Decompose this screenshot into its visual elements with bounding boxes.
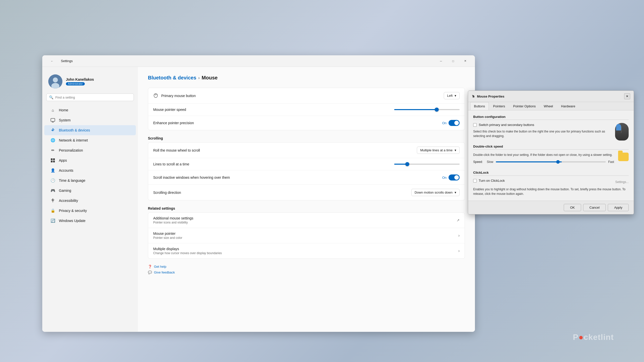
close-button[interactable]: ✕: [459, 57, 471, 65]
pointer-speed-label: Mouse pointer speed: [153, 108, 186, 112]
enhance-precision-control: On: [442, 120, 460, 126]
search-box[interactable]: 🔍: [46, 94, 134, 101]
sidebar-item-label-home: Home: [59, 108, 68, 112]
breadcrumb-separator: ›: [198, 76, 199, 80]
folder-icon-container[interactable]: [618, 153, 629, 161]
svg-rect-8: [51, 161, 53, 162]
privacy-icon: 🔒: [50, 208, 55, 213]
enhance-precision-toggle[interactable]: [449, 120, 460, 126]
time-icon: 🕐: [50, 178, 55, 183]
sidebar-item-privacy[interactable]: 🔒 Privacy & security: [44, 206, 136, 216]
system-icon: [50, 118, 55, 123]
related-item-additional-subtitle: Pointer icons and visibility: [153, 221, 193, 224]
user-name: John Kanellakos: [66, 77, 94, 81]
pointer-speed-thumb[interactable]: [435, 108, 439, 112]
sidebar-item-apps[interactable]: Apps: [44, 155, 136, 165]
tab-pointers[interactable]: Pointers: [489, 102, 509, 110]
tab-buttons[interactable]: Buttons: [470, 102, 489, 110]
related-item-displays[interactable]: Multiple displays Change how cursor move…: [148, 243, 465, 258]
user-profile[interactable]: John Kanellakos Administrator: [42, 71, 138, 94]
double-click-title: Double-click speed: [473, 145, 629, 150]
apply-button[interactable]: Apply: [608, 204, 629, 211]
pointer-speed-slider[interactable]: [394, 109, 460, 110]
speed-slider-fill: [496, 161, 562, 162]
related-item-pointer-info: Mouse pointer Pointer size and color: [153, 232, 182, 240]
speed-slider-thumb[interactable]: [556, 160, 560, 164]
breadcrumb-current: Mouse: [202, 75, 218, 81]
sidebar-item-label-gaming: Gaming: [59, 189, 71, 193]
feedback-icon: 💬: [148, 270, 152, 274]
breadcrumb-parent[interactable]: Bluetooth & devices: [148, 75, 196, 81]
lines-scroll-slider[interactable]: [394, 164, 460, 165]
search-icon: 🔍: [49, 95, 53, 99]
mouse-icon: [153, 93, 158, 99]
sidebar-item-accessibility[interactable]: Accessibility: [44, 196, 136, 206]
roll-wheel-value: Multiple lines at a time: [420, 148, 453, 152]
scroll-direction-dropdown[interactable]: Down motion scrolls down ▾: [411, 189, 460, 196]
sidebar-item-home[interactable]: ⌂ Home: [44, 105, 136, 115]
clicklock-checkbox-row: Turn on ClickLock: [473, 179, 505, 183]
tab-pointer-options[interactable]: Pointer Options: [509, 102, 540, 110]
sidebar-item-update[interactable]: 🔄 Windows Update: [44, 216, 136, 226]
sidebar-item-personalization[interactable]: ✏ Personalization: [44, 145, 136, 155]
sidebar-item-label-time: Time & language: [59, 178, 85, 183]
get-help-link[interactable]: ❓ Get help: [148, 265, 465, 268]
svg-rect-9: [53, 161, 55, 162]
pointer-speed-row: Mouse pointer speed: [148, 104, 465, 116]
switch-buttons-label: Switch primary and secondary buttons: [479, 123, 534, 127]
enhance-precision-value: On: [442, 121, 447, 125]
related-item-pointer[interactable]: Mouse pointer Pointer size and color ›: [148, 228, 465, 243]
accounts-icon: 👤: [50, 168, 55, 173]
sidebar-item-label-update: Windows Update: [59, 219, 86, 223]
clicklock-title: ClickLock: [473, 171, 629, 176]
primary-button-control: Left ▾: [444, 92, 460, 99]
ok-button[interactable]: OK: [564, 204, 581, 211]
help-icon: ❓: [148, 265, 152, 268]
switch-buttons-checkbox[interactable]: [473, 123, 477, 127]
primary-button-dropdown[interactable]: Left ▾: [444, 92, 460, 99]
apps-icon: [50, 158, 55, 163]
roll-wheel-row: Roll the mouse wheel to scroll Multiple …: [148, 143, 465, 158]
dialog-body: Button configuration Switch primary and …: [468, 110, 634, 201]
dialog-close-button[interactable]: ✕: [624, 93, 630, 99]
clicklock-checkbox[interactable]: [473, 179, 477, 183]
sidebar-item-gaming[interactable]: 🎮 Gaming: [44, 186, 136, 196]
sidebar-item-accounts[interactable]: 👤 Accounts: [44, 165, 136, 175]
double-click-speed-slider[interactable]: [496, 161, 606, 162]
cancel-button[interactable]: Cancel: [583, 204, 606, 211]
lines-scroll-row: Lines to scroll at a time: [148, 158, 465, 170]
user-badge: Administrator: [66, 82, 85, 85]
sidebar-item-network[interactable]: 🌐 Network & internet: [44, 135, 136, 145]
maximize-button[interactable]: □: [447, 57, 459, 65]
primary-button-value: Left: [447, 94, 453, 98]
scrolling-header: Scrolling: [148, 131, 465, 142]
button-config-row: Switch primary and secondary buttons Sel…: [473, 123, 629, 141]
primary-button-row: Primary mouse button Left ▾: [148, 88, 465, 104]
get-help-label: Get help: [154, 265, 166, 268]
back-button[interactable]: ←: [46, 57, 58, 65]
sidebar-item-time[interactable]: 🕐 Time & language: [44, 175, 136, 186]
tab-wheel[interactable]: Wheel: [540, 102, 557, 110]
scroll-direction-label: Scrolling direction: [153, 191, 181, 195]
tab-hardware[interactable]: Hardware: [557, 102, 579, 110]
give-feedback-link[interactable]: 💬 Give feedback: [148, 270, 465, 274]
sidebar-item-bluetooth[interactable]: Bluetooth & devices: [44, 125, 136, 135]
lines-scroll-thumb[interactable]: [405, 162, 409, 166]
pocketlint-watermark: P●cketlint: [573, 333, 614, 342]
sidebar-item-label-network: Network & internet: [59, 138, 88, 142]
svg-rect-3: [51, 118, 55, 121]
search-input[interactable]: [55, 96, 131, 99]
scroll-inactive-toggle[interactable]: [449, 174, 460, 180]
svg-point-10: [52, 199, 53, 200]
chevron-right-2-icon: ›: [458, 249, 460, 253]
minimize-button[interactable]: ─: [435, 57, 447, 65]
test-folder-icon[interactable]: [618, 153, 629, 161]
sidebar-item-system[interactable]: System: [44, 115, 136, 125]
mouse-primary-button: [616, 124, 621, 130]
button-config-title: Button configuration: [473, 115, 629, 120]
related-item-additional[interactable]: Additional mouse settings Pointer icons …: [148, 213, 465, 228]
related-settings-card: Additional mouse settings Pointer icons …: [148, 212, 465, 259]
related-item-displays-subtitle: Change how cursor moves over display bou…: [153, 251, 222, 255]
sidebar-item-label-apps: Apps: [59, 158, 67, 162]
roll-wheel-dropdown[interactable]: Multiple lines at a time ▾: [417, 147, 460, 154]
